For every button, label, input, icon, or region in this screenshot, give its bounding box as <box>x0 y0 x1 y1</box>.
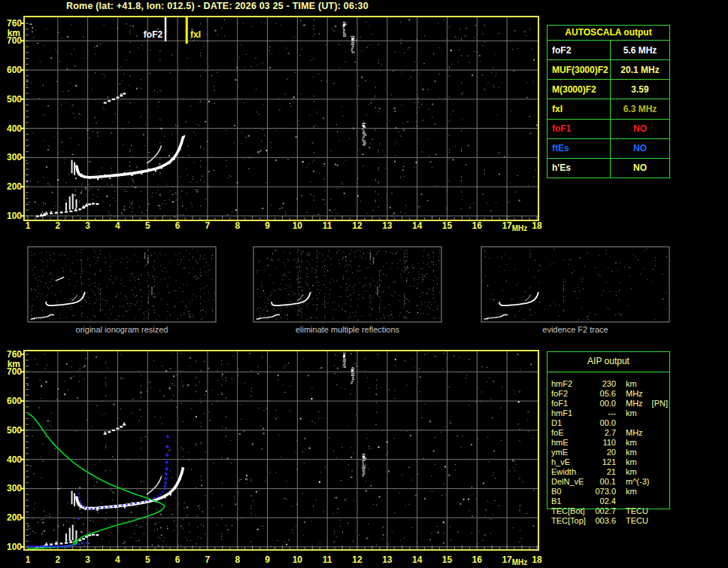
aip-unit: km <box>626 448 637 457</box>
y-tick-label: 300 <box>7 152 22 163</box>
x-tick-label: 17 <box>502 220 512 231</box>
y-tick-label: 760 <box>7 349 22 360</box>
aip-name: hmE <box>551 438 595 448</box>
x-tick-label: 8 <box>235 220 240 231</box>
aip-name: TEC[Top] <box>551 516 595 526</box>
x-tick-label: 15 <box>442 554 453 565</box>
thumbnail-border <box>253 247 441 322</box>
svg-bottom-traces <box>27 353 366 549</box>
aip-unit: MHz <box>626 399 643 409</box>
aip-name: hmF2 <box>551 379 595 389</box>
aip-name: B1 <box>551 497 595 506</box>
aip-value: 02.4 <box>595 497 616 506</box>
x-tick-label: 4 <box>115 554 120 565</box>
aip-row-hmf1: hmF1---km <box>551 409 675 418</box>
aip-name: Ewidth <box>551 467 595 477</box>
autoscala-output-table: AUTOSCALA output foF25.6 MHzMUF(3000)F22… <box>547 25 670 178</box>
x-tick-label: 10 <box>293 554 303 565</box>
autoscala-row-m3000f2: M(3000)F23.59 <box>548 79 669 99</box>
x-tick-label: 4 <box>115 220 120 231</box>
aip-unit: km <box>626 457 637 467</box>
aip-extra: [PN] <box>652 399 668 409</box>
bottom-ionogram-plot: 100200300400500600700760km12345678910111… <box>0 342 545 568</box>
autoscala-row-label: ftEs <box>548 139 611 158</box>
svg-top-second-hop-echo <box>104 93 126 103</box>
svg-top-axis-labels: 100200300400500600700760km12345678910111… <box>7 18 542 232</box>
autoscala-row-fof1: foF1NO <box>548 119 669 138</box>
thumbnail-2 <box>481 247 669 322</box>
x-tick-label: 15 <box>442 220 453 231</box>
x-tick-label: 10 <box>293 220 303 231</box>
aip-name: foE <box>551 428 595 438</box>
x-tick-label: 1 <box>26 554 31 565</box>
x-tick-label: 9 <box>265 220 270 231</box>
y-tick-label: 200 <box>7 512 22 523</box>
aip-unit: km <box>626 487 637 497</box>
x-tick-label: 5 <box>145 554 150 565</box>
autoscala-row-label: foF1 <box>548 120 611 138</box>
y-tick-label: 300 <box>7 483 22 494</box>
x-tick-label: 12 <box>352 554 362 565</box>
marker-line-foF2 <box>165 17 166 41</box>
aip-value: 121 <box>595 457 616 467</box>
y-tick-label: 500 <box>7 94 22 105</box>
svg-top-E-layer-trace <box>36 203 99 217</box>
aip-value: 003.6 <box>595 516 616 526</box>
thumbnail-caption-original: original ionogram resized <box>28 325 216 334</box>
svg-bottom-border <box>24 351 538 550</box>
aip-value: 110 <box>595 438 616 448</box>
autoscala-row-value: 20.1 MHz <box>611 65 669 75</box>
x-tick-label: 14 <box>412 220 423 231</box>
aip-name: h_vE <box>551 457 595 467</box>
top-ionogram-plot: foF2fxI100200300400500600700760km1234567… <box>0 0 545 238</box>
y-axis-unit: km <box>8 359 20 369</box>
aip-value: 00.0 <box>595 399 616 409</box>
autoscala-row-value: NO <box>611 163 669 173</box>
x-tick-label: 2 <box>55 554 60 565</box>
aip-value: 05.6 <box>595 389 616 399</box>
aip-value: 21 <box>595 467 616 477</box>
aip-table-rows: hmF2230kmfoF205.6MHzfoF100.0MHz[PN]hmF1-… <box>551 379 675 526</box>
aip-value: 00.1 <box>595 477 616 487</box>
y-tick-label: 600 <box>7 396 22 406</box>
aip-row-yme: ymE20km <box>551 448 675 457</box>
aip-unit: km <box>626 409 637 418</box>
aip-value: --- <box>595 409 616 418</box>
aip-name: hmF1 <box>551 409 595 418</box>
aip-value: 230 <box>595 379 616 389</box>
aip-name: D1 <box>551 418 595 428</box>
x-tick-label: 3 <box>85 554 90 565</box>
aip-name: DelN_vE <box>551 477 595 487</box>
thumbnail-1 <box>253 247 441 322</box>
aip-unit: TECU <box>626 516 648 526</box>
aip-row-hme: hmE110km <box>551 438 675 448</box>
aip-name: ymE <box>551 448 595 457</box>
x-tick-label: 16 <box>472 554 483 565</box>
x-tick-label: 11 <box>323 220 332 231</box>
x-tick-label: 9 <box>265 554 270 565</box>
svg-bottom-grid <box>25 351 538 549</box>
aip-row-b0: B0073.0km <box>551 487 675 497</box>
x-tick-label: 13 <box>382 220 393 231</box>
aip-unit: km <box>626 379 637 389</box>
thumbnail-border <box>28 247 216 322</box>
aip-name: foF2 <box>551 389 595 399</box>
x-axis-unit: MHz <box>512 558 528 566</box>
x-tick-label: 18 <box>532 554 542 565</box>
autoscala-row-label: MUF(3000)F2 <box>548 60 611 79</box>
x-tick-label: 13 <box>382 554 393 565</box>
x-axis-unit: MHz <box>512 224 528 232</box>
svg-bottom-F-trace-retardation <box>71 491 76 506</box>
y-tick-label: 760 <box>7 18 22 29</box>
x-tick-label: 1 <box>26 220 31 231</box>
svg-top-border <box>24 17 538 220</box>
aip-table-header: AIP output <box>547 356 670 366</box>
autoscala-row-label: M(3000)F2 <box>548 80 611 99</box>
aip-value: 002.7 <box>595 506 616 516</box>
marker-line-fxI <box>186 17 188 44</box>
aip-row-tecbot: TEC[Bot]002.7TECU <box>551 506 675 516</box>
x-tick-label: 7 <box>205 220 211 231</box>
thumbnail-caption-evidence: evidence F2 trace <box>481 325 669 334</box>
autoscala-screen: Rome (lat: +41.8, lon: 012.5) - DATE: 20… <box>0 0 728 568</box>
autoscala-row-fof2: foF25.6 MHz <box>548 41 669 59</box>
